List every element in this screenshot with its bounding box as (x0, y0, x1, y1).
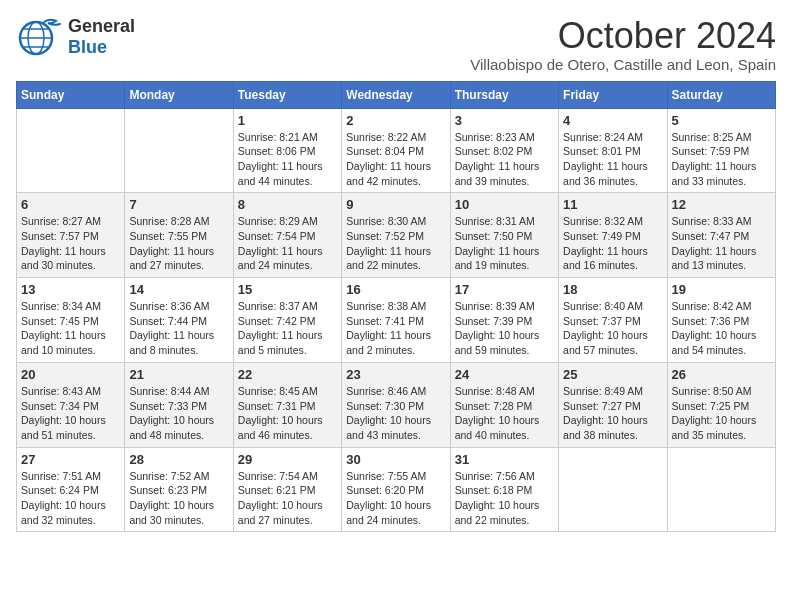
day-number: 30 (346, 452, 445, 467)
calendar-week-4: 20Sunrise: 8:43 AM Sunset: 7:34 PM Dayli… (17, 362, 776, 447)
logo-general: General (68, 16, 135, 37)
day-number: 2 (346, 113, 445, 128)
calendar-cell: 13Sunrise: 8:34 AM Sunset: 7:45 PM Dayli… (17, 278, 125, 363)
day-info: Sunrise: 8:46 AM Sunset: 7:30 PM Dayligh… (346, 384, 445, 443)
calendar-cell: 6Sunrise: 8:27 AM Sunset: 7:57 PM Daylig… (17, 193, 125, 278)
day-number: 3 (455, 113, 554, 128)
calendar-cell: 18Sunrise: 8:40 AM Sunset: 7:37 PM Dayli… (559, 278, 667, 363)
day-number: 5 (672, 113, 771, 128)
day-number: 17 (455, 282, 554, 297)
calendar-table: SundayMondayTuesdayWednesdayThursdayFrid… (16, 81, 776, 533)
day-info: Sunrise: 8:24 AM Sunset: 8:01 PM Dayligh… (563, 130, 662, 189)
day-info: Sunrise: 8:25 AM Sunset: 7:59 PM Dayligh… (672, 130, 771, 189)
calendar-cell: 24Sunrise: 8:48 AM Sunset: 7:28 PM Dayli… (450, 362, 558, 447)
day-number: 27 (21, 452, 120, 467)
day-number: 16 (346, 282, 445, 297)
calendar-cell: 19Sunrise: 8:42 AM Sunset: 7:36 PM Dayli… (667, 278, 775, 363)
day-info: Sunrise: 8:48 AM Sunset: 7:28 PM Dayligh… (455, 384, 554, 443)
day-info: Sunrise: 8:34 AM Sunset: 7:45 PM Dayligh… (21, 299, 120, 358)
day-info: Sunrise: 8:42 AM Sunset: 7:36 PM Dayligh… (672, 299, 771, 358)
calendar-cell: 1Sunrise: 8:21 AM Sunset: 8:06 PM Daylig… (233, 108, 341, 193)
calendar-cell: 11Sunrise: 8:32 AM Sunset: 7:49 PM Dayli… (559, 193, 667, 278)
day-number: 7 (129, 197, 228, 212)
day-info: Sunrise: 8:44 AM Sunset: 7:33 PM Dayligh… (129, 384, 228, 443)
day-number: 25 (563, 367, 662, 382)
month-title: October 2024 (470, 16, 776, 56)
day-number: 23 (346, 367, 445, 382)
day-number: 11 (563, 197, 662, 212)
calendar-cell: 4Sunrise: 8:24 AM Sunset: 8:01 PM Daylig… (559, 108, 667, 193)
weekday-header-monday: Monday (125, 81, 233, 108)
day-number: 29 (238, 452, 337, 467)
weekday-header-saturday: Saturday (667, 81, 775, 108)
day-number: 15 (238, 282, 337, 297)
day-number: 19 (672, 282, 771, 297)
weekday-header-tuesday: Tuesday (233, 81, 341, 108)
day-info: Sunrise: 8:30 AM Sunset: 7:52 PM Dayligh… (346, 214, 445, 273)
day-number: 12 (672, 197, 771, 212)
calendar-cell: 29Sunrise: 7:54 AM Sunset: 6:21 PM Dayli… (233, 447, 341, 532)
day-info: Sunrise: 7:52 AM Sunset: 6:23 PM Dayligh… (129, 469, 228, 528)
day-number: 28 (129, 452, 228, 467)
calendar-cell: 3Sunrise: 8:23 AM Sunset: 8:02 PM Daylig… (450, 108, 558, 193)
day-info: Sunrise: 7:56 AM Sunset: 6:18 PM Dayligh… (455, 469, 554, 528)
calendar-cell: 25Sunrise: 8:49 AM Sunset: 7:27 PM Dayli… (559, 362, 667, 447)
calendar-cell: 31Sunrise: 7:56 AM Sunset: 6:18 PM Dayli… (450, 447, 558, 532)
day-number: 13 (21, 282, 120, 297)
day-info: Sunrise: 8:23 AM Sunset: 8:02 PM Dayligh… (455, 130, 554, 189)
calendar-cell (559, 447, 667, 532)
day-info: Sunrise: 8:40 AM Sunset: 7:37 PM Dayligh… (563, 299, 662, 358)
weekday-header-sunday: Sunday (17, 81, 125, 108)
calendar-cell: 17Sunrise: 8:39 AM Sunset: 7:39 PM Dayli… (450, 278, 558, 363)
calendar-cell: 2Sunrise: 8:22 AM Sunset: 8:04 PM Daylig… (342, 108, 450, 193)
day-number: 18 (563, 282, 662, 297)
calendar-week-3: 13Sunrise: 8:34 AM Sunset: 7:45 PM Dayli… (17, 278, 776, 363)
calendar-cell: 8Sunrise: 8:29 AM Sunset: 7:54 PM Daylig… (233, 193, 341, 278)
day-number: 14 (129, 282, 228, 297)
day-info: Sunrise: 8:21 AM Sunset: 8:06 PM Dayligh… (238, 130, 337, 189)
calendar-cell: 23Sunrise: 8:46 AM Sunset: 7:30 PM Dayli… (342, 362, 450, 447)
weekday-header-row: SundayMondayTuesdayWednesdayThursdayFrid… (17, 81, 776, 108)
day-info: Sunrise: 8:22 AM Sunset: 8:04 PM Dayligh… (346, 130, 445, 189)
calendar-cell: 9Sunrise: 8:30 AM Sunset: 7:52 PM Daylig… (342, 193, 450, 278)
day-number: 6 (21, 197, 120, 212)
calendar-cell (125, 108, 233, 193)
calendar-week-1: 1Sunrise: 8:21 AM Sunset: 8:06 PM Daylig… (17, 108, 776, 193)
calendar-cell: 16Sunrise: 8:38 AM Sunset: 7:41 PM Dayli… (342, 278, 450, 363)
day-number: 8 (238, 197, 337, 212)
calendar-cell: 26Sunrise: 8:50 AM Sunset: 7:25 PM Dayli… (667, 362, 775, 447)
day-number: 31 (455, 452, 554, 467)
day-number: 20 (21, 367, 120, 382)
day-info: Sunrise: 8:27 AM Sunset: 7:57 PM Dayligh… (21, 214, 120, 273)
day-number: 22 (238, 367, 337, 382)
logo-blue: Blue (68, 37, 135, 58)
day-number: 9 (346, 197, 445, 212)
calendar-cell: 15Sunrise: 8:37 AM Sunset: 7:42 PM Dayli… (233, 278, 341, 363)
calendar-cell (667, 447, 775, 532)
logo: General Blue (16, 16, 135, 58)
calendar-cell: 7Sunrise: 8:28 AM Sunset: 7:55 PM Daylig… (125, 193, 233, 278)
calendar-cell (17, 108, 125, 193)
calendar-cell: 10Sunrise: 8:31 AM Sunset: 7:50 PM Dayli… (450, 193, 558, 278)
day-info: Sunrise: 8:29 AM Sunset: 7:54 PM Dayligh… (238, 214, 337, 273)
day-info: Sunrise: 8:50 AM Sunset: 7:25 PM Dayligh… (672, 384, 771, 443)
day-info: Sunrise: 8:39 AM Sunset: 7:39 PM Dayligh… (455, 299, 554, 358)
day-info: Sunrise: 8:28 AM Sunset: 7:55 PM Dayligh… (129, 214, 228, 273)
day-info: Sunrise: 8:36 AM Sunset: 7:44 PM Dayligh… (129, 299, 228, 358)
calendar-cell: 22Sunrise: 8:45 AM Sunset: 7:31 PM Dayli… (233, 362, 341, 447)
day-info: Sunrise: 8:49 AM Sunset: 7:27 PM Dayligh… (563, 384, 662, 443)
day-number: 10 (455, 197, 554, 212)
day-info: Sunrise: 7:55 AM Sunset: 6:20 PM Dayligh… (346, 469, 445, 528)
calendar-cell: 21Sunrise: 8:44 AM Sunset: 7:33 PM Dayli… (125, 362, 233, 447)
day-number: 4 (563, 113, 662, 128)
weekday-header-thursday: Thursday (450, 81, 558, 108)
day-info: Sunrise: 8:32 AM Sunset: 7:49 PM Dayligh… (563, 214, 662, 273)
calendar-cell: 28Sunrise: 7:52 AM Sunset: 6:23 PM Dayli… (125, 447, 233, 532)
day-info: Sunrise: 7:54 AM Sunset: 6:21 PM Dayligh… (238, 469, 337, 528)
weekday-header-wednesday: Wednesday (342, 81, 450, 108)
day-number: 1 (238, 113, 337, 128)
calendar-cell: 27Sunrise: 7:51 AM Sunset: 6:24 PM Dayli… (17, 447, 125, 532)
day-info: Sunrise: 8:43 AM Sunset: 7:34 PM Dayligh… (21, 384, 120, 443)
calendar-cell: 14Sunrise: 8:36 AM Sunset: 7:44 PM Dayli… (125, 278, 233, 363)
calendar-cell: 5Sunrise: 8:25 AM Sunset: 7:59 PM Daylig… (667, 108, 775, 193)
